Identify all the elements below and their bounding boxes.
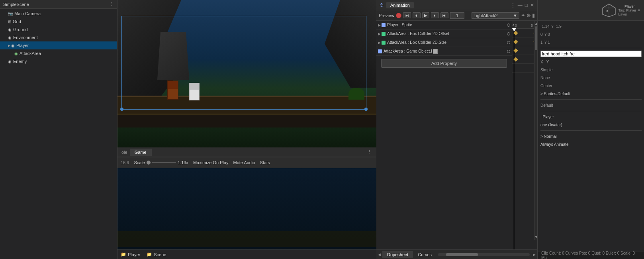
horizontal-scrollbar[interactable]: [438, 253, 530, 256]
hierarchy-title: SimpleScene: [3, 2, 29, 7]
game-tab-menu[interactable]: ⋮: [364, 149, 375, 155]
sidebar-item-attackarea[interactable]: ◉ AttackArea: [0, 49, 117, 57]
y-label: Y: [546, 60, 549, 64]
game-tab[interactable]: Game: [130, 149, 152, 156]
track-green-icon: [382, 32, 386, 36]
track-size[interactable]: ▶ AttackArea : Box Collider 2D.Size: [376, 38, 512, 47]
sidebar-item-enemy[interactable]: ◉ Enemy: [0, 57, 117, 65]
sprites-default-row[interactable]: > Sprites-Default: [540, 90, 642, 98]
track-obj-icon: [382, 23, 386, 27]
maximize-icon[interactable]: □: [525, 2, 528, 8]
curves-tab[interactable]: Curves: [413, 251, 437, 258]
aspect-ratio[interactable]: 16:9: [121, 160, 129, 165]
sidebar-item-grid[interactable]: ⊞ Grid: [0, 18, 117, 26]
prev-frame-button[interactable]: ⏴: [413, 12, 421, 18]
track-expand-icon-2[interactable]: ▶: [378, 32, 381, 36]
play-button[interactable]: ▶: [422, 12, 429, 18]
status-text: Clip Count: 0 Curves Pos: 0 Quat: 0 Eule…: [541, 251, 641, 259]
normal-row[interactable]: > Normal: [540, 132, 642, 140]
timeline-vscroll[interactable]: ▲ ▼: [534, 21, 537, 240]
asset-item-scene[interactable]: 📁 Scene: [147, 252, 166, 257]
last-frame-button[interactable]: ⏭: [440, 12, 448, 18]
player-icon: ◉: [11, 43, 15, 48]
anim-options-icon[interactable]: ▮: [532, 12, 535, 18]
track-dot[interactable]: [507, 24, 510, 27]
scale-label: Scale: [134, 160, 145, 165]
scale-row: 1 Y 1: [540, 38, 642, 46]
ruler-0: 0: [515, 24, 517, 27]
next-frame-button[interactable]: ⏵: [431, 12, 439, 18]
timeline-rows-container: [512, 29, 537, 249]
stats-button[interactable]: Stats: [260, 160, 270, 165]
timeline-row-offset[interactable]: [512, 37, 537, 46]
sidebar-item-environment[interactable]: ◉ Environment: [0, 33, 117, 41]
scale-slider-thumb[interactable]: [147, 161, 151, 165]
track-offset[interactable]: ▶ AttackArea : Box Collider 2D.Offset: [376, 29, 512, 38]
divider-1: [540, 99, 642, 100]
track-dot-2[interactable]: [507, 32, 510, 35]
lower-scene-view: 📁 Player 📁 Scene: [117, 168, 376, 259]
record-button[interactable]: [396, 13, 401, 18]
tag-label: Tag: Player ▼: [619, 8, 641, 12]
selection-handle-bl[interactable]: [120, 108, 123, 111]
simple-label: Simple: [540, 68, 553, 72]
scroll-left-arrow[interactable]: ◀: [378, 253, 381, 257]
game-canvas: [117, 0, 376, 147]
vscroll-down[interactable]: ▼: [534, 235, 537, 239]
sidebar-item-label-grid: Grid: [13, 19, 21, 24]
text-input-field[interactable]: [540, 51, 642, 57]
keyframe-icon[interactable]: ✦: [521, 12, 525, 18]
maximize-on-play-button[interactable]: Maximize On Play: [193, 160, 229, 165]
scrollbar-thumb[interactable]: [446, 253, 478, 256]
asset-item-player[interactable]: 📁 Player: [121, 252, 140, 257]
track-expand-icon-3[interactable]: ▶: [378, 41, 381, 45]
timeline-row-gameobj[interactable]: [512, 55, 537, 64]
game-viewport[interactable]: [117, 0, 376, 147]
timeline-row-sprite[interactable]: [512, 29, 537, 37]
first-frame-button[interactable]: ⏮: [403, 12, 411, 18]
minimize-icon[interactable]: —: [518, 2, 523, 8]
lower-canvas: [117, 168, 376, 259]
timeline-row-size[interactable]: [512, 46, 537, 55]
add-property-button[interactable]: Add Property: [381, 59, 507, 68]
selection-handle-br[interactable]: [364, 108, 368, 111]
animation-tab[interactable]: Animation: [386, 2, 414, 8]
track-dot-4[interactable]: [507, 50, 510, 53]
console-tab[interactable]: ole: [119, 150, 130, 155]
lower-ground: [117, 231, 376, 247]
center-label: Center: [540, 84, 552, 88]
grid-icon: ⊞: [8, 20, 11, 24]
environment-icon: ◉: [8, 35, 12, 40]
gameobj-checkbox[interactable]: [433, 49, 438, 54]
sidebar-item-main-camera[interactable]: 📷 Main Camera: [0, 10, 117, 18]
frame-number-input[interactable]: [450, 12, 464, 19]
track-expand-icon[interactable]: ▶: [378, 23, 381, 27]
sidebar-item-label-main-camera: Main Camera: [14, 11, 41, 16]
track-labels-col: ▶ Player : Sprite ▶ AttackArea : Box Col…: [376, 21, 512, 249]
hierarchy-menu-icon[interactable]: ⋮: [110, 2, 114, 7]
asset-label-player: Player: [128, 252, 140, 257]
sidebar-item-ground[interactable]: ◉ Ground: [0, 26, 117, 33]
kf-size-0: [513, 48, 518, 53]
sidebar-item-player[interactable]: ▶ ◉ Player: [0, 41, 117, 49]
track-dot-3[interactable]: [507, 41, 510, 44]
dopesheet-tab[interactable]: Dopesheet: [382, 251, 413, 258]
scale-slider-track[interactable]: [152, 162, 176, 163]
vscroll-thumb[interactable]: [535, 26, 537, 50]
layer-label: Layer: [619, 12, 641, 16]
vscroll-up[interactable]: ▲: [534, 22, 537, 26]
animation-menu-icon[interactable]: ⋮: [511, 2, 515, 8]
ruler-labels: 0 5 10 15 20 25: [515, 21, 536, 28]
x-label: X: [540, 60, 543, 64]
rot-y-value: 0: [548, 32, 550, 37]
scroll-up-arrow[interactable]: ▲: [512, 23, 515, 26]
mute-audio-button[interactable]: Mute Audio: [233, 160, 255, 165]
scroll-right-arrow[interactable]: ▶: [533, 253, 536, 257]
clip-selector[interactable]: LightAttack2 ▼: [472, 12, 519, 19]
close-icon[interactable]: ✕: [530, 2, 534, 8]
pos-row: -1.14 Y -1.9: [540, 22, 642, 30]
track-player-sprite[interactable]: ▶ Player : Sprite: [376, 21, 512, 29]
add-keyframe-icon[interactable]: ⊕: [527, 12, 531, 18]
clip-dropdown-arrow: ▼: [513, 13, 517, 18]
track-gameobj[interactable]: AttackArea : Game Object.I: [376, 47, 512, 56]
